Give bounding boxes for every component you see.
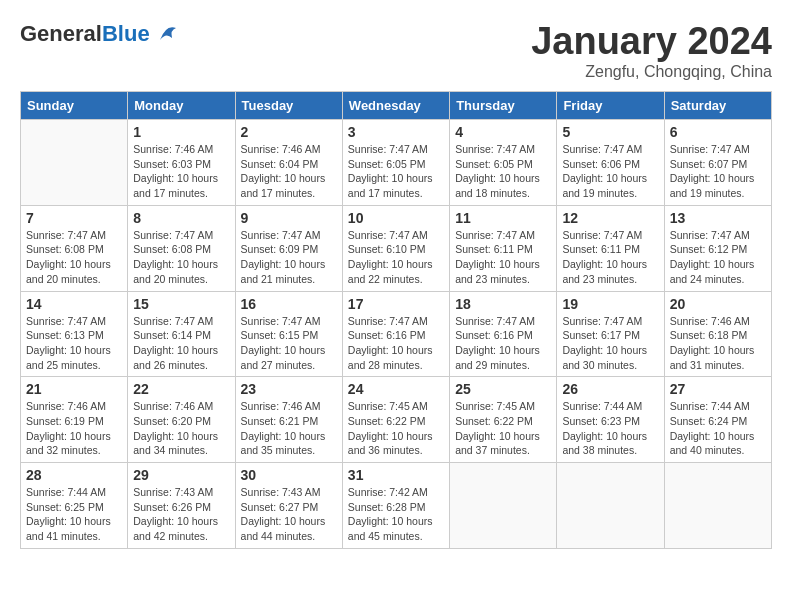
day-detail: Sunrise: 7:44 AMSunset: 6:24 PMDaylight:… [670,399,766,458]
day-detail: Sunrise: 7:43 AMSunset: 6:26 PMDaylight:… [133,485,229,544]
day-detail: Sunrise: 7:43 AMSunset: 6:27 PMDaylight:… [241,485,337,544]
calendar-cell: 27Sunrise: 7:44 AMSunset: 6:24 PMDayligh… [664,377,771,463]
day-number: 27 [670,381,766,397]
calendar-cell: 18Sunrise: 7:47 AMSunset: 6:16 PMDayligh… [450,291,557,377]
calendar-week-row: 1Sunrise: 7:46 AMSunset: 6:03 PMDaylight… [21,120,772,206]
calendar-cell: 24Sunrise: 7:45 AMSunset: 6:22 PMDayligh… [342,377,449,463]
day-number: 11 [455,210,551,226]
calendar-cell: 16Sunrise: 7:47 AMSunset: 6:15 PMDayligh… [235,291,342,377]
day-detail: Sunrise: 7:46 AMSunset: 6:21 PMDaylight:… [241,399,337,458]
day-detail: Sunrise: 7:44 AMSunset: 6:23 PMDaylight:… [562,399,658,458]
calendar-cell: 25Sunrise: 7:45 AMSunset: 6:22 PMDayligh… [450,377,557,463]
day-number: 6 [670,124,766,140]
day-number: 8 [133,210,229,226]
day-number: 29 [133,467,229,483]
day-number: 9 [241,210,337,226]
day-detail: Sunrise: 7:47 AMSunset: 6:11 PMDaylight:… [562,228,658,287]
day-detail: Sunrise: 7:47 AMSunset: 6:06 PMDaylight:… [562,142,658,201]
calendar-cell [450,463,557,549]
day-number: 3 [348,124,444,140]
weekday-header-tuesday: Tuesday [235,92,342,120]
day-number: 23 [241,381,337,397]
calendar-cell: 30Sunrise: 7:43 AMSunset: 6:27 PMDayligh… [235,463,342,549]
day-detail: Sunrise: 7:47 AMSunset: 6:14 PMDaylight:… [133,314,229,373]
day-detail: Sunrise: 7:47 AMSunset: 6:08 PMDaylight:… [26,228,122,287]
calendar-cell: 28Sunrise: 7:44 AMSunset: 6:25 PMDayligh… [21,463,128,549]
calendar-cell: 29Sunrise: 7:43 AMSunset: 6:26 PMDayligh… [128,463,235,549]
weekday-header-monday: Monday [128,92,235,120]
day-detail: Sunrise: 7:47 AMSunset: 6:05 PMDaylight:… [455,142,551,201]
calendar-cell [557,463,664,549]
day-number: 20 [670,296,766,312]
calendar-cell: 3Sunrise: 7:47 AMSunset: 6:05 PMDaylight… [342,120,449,206]
day-detail: Sunrise: 7:47 AMSunset: 6:11 PMDaylight:… [455,228,551,287]
day-detail: Sunrise: 7:47 AMSunset: 6:09 PMDaylight:… [241,228,337,287]
logo: GeneralBlue [20,20,180,48]
day-number: 26 [562,381,658,397]
weekday-header-wednesday: Wednesday [342,92,449,120]
weekday-header-friday: Friday [557,92,664,120]
logo-icon [152,20,180,48]
calendar-cell: 22Sunrise: 7:46 AMSunset: 6:20 PMDayligh… [128,377,235,463]
day-detail: Sunrise: 7:46 AMSunset: 6:18 PMDaylight:… [670,314,766,373]
calendar-week-row: 21Sunrise: 7:46 AMSunset: 6:19 PMDayligh… [21,377,772,463]
calendar-cell: 13Sunrise: 7:47 AMSunset: 6:12 PMDayligh… [664,205,771,291]
day-number: 16 [241,296,337,312]
day-detail: Sunrise: 7:46 AMSunset: 6:04 PMDaylight:… [241,142,337,201]
calendar-table: SundayMondayTuesdayWednesdayThursdayFrid… [20,91,772,549]
calendar-cell: 15Sunrise: 7:47 AMSunset: 6:14 PMDayligh… [128,291,235,377]
day-detail: Sunrise: 7:47 AMSunset: 6:10 PMDaylight:… [348,228,444,287]
logo-general-text: General [20,21,102,46]
title-block: January 2024 Zengfu, Chongqing, China [531,20,772,81]
calendar-week-row: 7Sunrise: 7:47 AMSunset: 6:08 PMDaylight… [21,205,772,291]
weekday-header-saturday: Saturday [664,92,771,120]
day-number: 19 [562,296,658,312]
day-detail: Sunrise: 7:42 AMSunset: 6:28 PMDaylight:… [348,485,444,544]
day-number: 15 [133,296,229,312]
weekday-header-sunday: Sunday [21,92,128,120]
day-detail: Sunrise: 7:46 AMSunset: 6:03 PMDaylight:… [133,142,229,201]
day-detail: Sunrise: 7:46 AMSunset: 6:20 PMDaylight:… [133,399,229,458]
day-number: 14 [26,296,122,312]
day-detail: Sunrise: 7:44 AMSunset: 6:25 PMDaylight:… [26,485,122,544]
day-number: 31 [348,467,444,483]
day-number: 4 [455,124,551,140]
day-detail: Sunrise: 7:47 AMSunset: 6:16 PMDaylight:… [348,314,444,373]
day-number: 24 [348,381,444,397]
calendar-cell: 6Sunrise: 7:47 AMSunset: 6:07 PMDaylight… [664,120,771,206]
calendar-cell: 10Sunrise: 7:47 AMSunset: 6:10 PMDayligh… [342,205,449,291]
calendar-cell: 4Sunrise: 7:47 AMSunset: 6:05 PMDaylight… [450,120,557,206]
calendar-cell: 14Sunrise: 7:47 AMSunset: 6:13 PMDayligh… [21,291,128,377]
day-number: 2 [241,124,337,140]
weekday-header-row: SundayMondayTuesdayWednesdayThursdayFrid… [21,92,772,120]
day-number: 10 [348,210,444,226]
calendar-cell: 8Sunrise: 7:47 AMSunset: 6:08 PMDaylight… [128,205,235,291]
logo-blue-text: Blue [102,21,150,46]
calendar-cell: 31Sunrise: 7:42 AMSunset: 6:28 PMDayligh… [342,463,449,549]
calendar-cell: 1Sunrise: 7:46 AMSunset: 6:03 PMDaylight… [128,120,235,206]
calendar-cell: 23Sunrise: 7:46 AMSunset: 6:21 PMDayligh… [235,377,342,463]
day-detail: Sunrise: 7:47 AMSunset: 6:05 PMDaylight:… [348,142,444,201]
day-number: 1 [133,124,229,140]
day-detail: Sunrise: 7:47 AMSunset: 6:13 PMDaylight:… [26,314,122,373]
month-title: January 2024 [531,20,772,63]
day-number: 17 [348,296,444,312]
calendar-cell [664,463,771,549]
page-header: GeneralBlue January 2024 Zengfu, Chongqi… [20,20,772,81]
day-detail: Sunrise: 7:47 AMSunset: 6:12 PMDaylight:… [670,228,766,287]
calendar-cell: 17Sunrise: 7:47 AMSunset: 6:16 PMDayligh… [342,291,449,377]
day-number: 21 [26,381,122,397]
calendar-cell: 12Sunrise: 7:47 AMSunset: 6:11 PMDayligh… [557,205,664,291]
calendar-cell: 9Sunrise: 7:47 AMSunset: 6:09 PMDaylight… [235,205,342,291]
calendar-cell: 7Sunrise: 7:47 AMSunset: 6:08 PMDaylight… [21,205,128,291]
location-subtitle: Zengfu, Chongqing, China [531,63,772,81]
calendar-cell [21,120,128,206]
day-number: 13 [670,210,766,226]
calendar-cell: 26Sunrise: 7:44 AMSunset: 6:23 PMDayligh… [557,377,664,463]
day-detail: Sunrise: 7:47 AMSunset: 6:16 PMDaylight:… [455,314,551,373]
calendar-week-row: 28Sunrise: 7:44 AMSunset: 6:25 PMDayligh… [21,463,772,549]
day-number: 12 [562,210,658,226]
calendar-week-row: 14Sunrise: 7:47 AMSunset: 6:13 PMDayligh… [21,291,772,377]
calendar-cell: 19Sunrise: 7:47 AMSunset: 6:17 PMDayligh… [557,291,664,377]
day-number: 5 [562,124,658,140]
